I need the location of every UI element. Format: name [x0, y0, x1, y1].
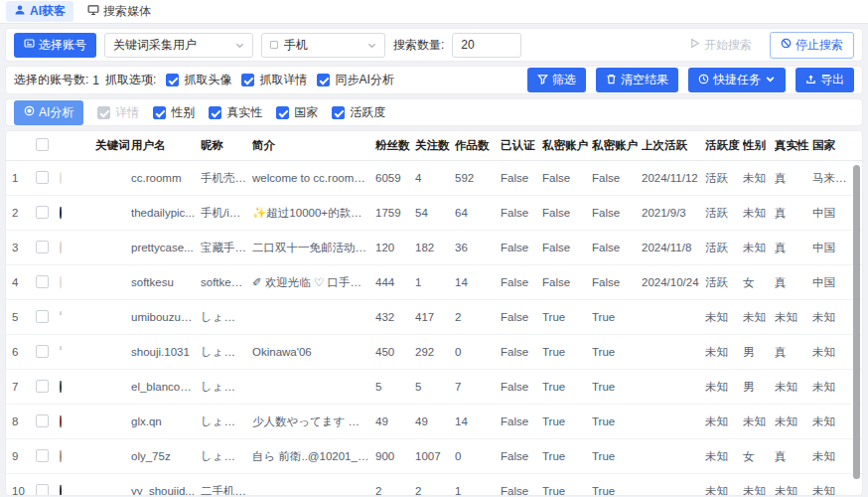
start-search-label: 开始搜索: [704, 37, 752, 54]
export-button[interactable]: 导出: [796, 68, 854, 92]
row-checkbox[interactable]: [36, 171, 49, 184]
table-body: 1cc.roomm手机壳专卖...welcome to cc.roomm . W…: [6, 161, 862, 496]
checkbox-icon: [332, 106, 345, 119]
checkbox-sync-ai[interactable]: 同步AI分析: [317, 72, 393, 88]
cell-works: 592: [455, 172, 501, 184]
cell-gender: 未知: [743, 414, 775, 429]
checkbox-authenticity[interactable]: 真实性: [209, 104, 262, 121]
checkbox-country[interactable]: 国家: [276, 104, 318, 121]
table-row: 10yy_shoujid...二手机店铺221FalseTrueTrue未知未知…: [6, 474, 862, 496]
search-count-label: 搜索数量:: [393, 37, 444, 54]
checkbox-icon: [166, 74, 179, 86]
row-checkbox[interactable]: [36, 484, 49, 497]
cell-username: yy_shoujid...: [131, 485, 201, 496]
ai-analysis-row: AI分析 详情 性别 真实性 国家 活跃度: [5, 98, 863, 126]
tab-ai-acquisition[interactable]: AI获客: [6, 1, 73, 22]
cell-real: 未知: [775, 414, 812, 429]
cell-activity: 活跃: [705, 241, 743, 255]
person-icon: [14, 4, 26, 19]
avatar: [60, 172, 62, 184]
tab-search-media[interactable]: 搜索媒体: [79, 1, 159, 22]
cell-bio: ✨超过10000+的款式类型壁...: [252, 206, 375, 221]
cell-avatar: [60, 381, 95, 393]
checkbox-activity[interactable]: 活跃度: [332, 104, 385, 121]
cell-check: [36, 380, 60, 395]
select-account-button[interactable]: 选择账号: [14, 33, 96, 58]
row-checkbox[interactable]: [36, 310, 49, 323]
cell-verified: False: [501, 415, 542, 427]
cell-nickname: 二手机店铺: [201, 484, 252, 497]
checkbox-grab-avatar[interactable]: 抓取头像: [166, 72, 231, 88]
cell-private2: True: [592, 485, 642, 496]
cell-avatar: [60, 276, 95, 288]
cell-gender: 女: [743, 275, 775, 290]
cell-private2: False: [592, 242, 642, 253]
cell-private2: True: [592, 381, 642, 393]
cell-username: prettycase...: [131, 242, 201, 253]
stop-search-label: 停止搜索: [796, 37, 843, 54]
checkbox-grab-detail[interactable]: 抓取详情: [241, 72, 307, 88]
header-cell-username: 用户名: [131, 138, 201, 153]
stop-search-button[interactable]: 停止搜索: [770, 32, 854, 59]
cell-last_active: 2024/10/24: [642, 276, 705, 288]
cell-nickname: 手机/ipad/...: [201, 206, 252, 221]
cell-verified: False: [501, 381, 542, 393]
row-checkbox[interactable]: [36, 449, 49, 462]
quick-task-button[interactable]: 快捷任务: [688, 68, 786, 92]
cell-activity: 活跃: [705, 275, 743, 290]
clear-results-button[interactable]: 清空结果: [596, 68, 678, 92]
cell-gender: 未知: [743, 241, 775, 255]
checkbox-gender[interactable]: 性别: [153, 104, 195, 121]
keyword-value: 手机: [284, 37, 362, 54]
select-all-checkbox[interactable]: [36, 138, 49, 151]
cell-private1: True: [542, 450, 592, 462]
table-row: 4softkesusoftkesu |...✐ 欢迎光临 ♡ 口手机壳都...4…: [6, 265, 862, 300]
cell-followers: 6059: [375, 172, 415, 184]
chevron-down-icon: [765, 74, 776, 87]
cell-works: 14: [455, 276, 501, 288]
cell-private1: True: [542, 415, 592, 427]
header-cell-following: 关注数: [415, 138, 455, 153]
start-search-button[interactable]: 开始搜索: [679, 33, 762, 58]
search-count-input[interactable]: [452, 33, 521, 58]
cell-check: [36, 206, 60, 221]
row-checkbox[interactable]: [36, 275, 49, 288]
cell-followers: 450: [375, 346, 415, 358]
cell-avatar: [60, 207, 95, 219]
avatar: [60, 346, 62, 358]
cell-verified: False: [501, 242, 542, 253]
cell-works: 36: [455, 242, 501, 253]
export-icon: [805, 74, 816, 87]
cell-following: 54: [415, 207, 455, 219]
cell-works: 64: [455, 207, 501, 219]
cell-avatar: [60, 415, 95, 427]
cell-idx: 3: [12, 242, 36, 253]
cell-avatar: [60, 172, 95, 184]
cell-verified: False: [501, 346, 542, 358]
avatar: [60, 242, 62, 253]
cell-verified: False: [501, 276, 542, 288]
cell-followers: 1759: [375, 207, 415, 219]
vertical-scrollbar[interactable]: [853, 165, 860, 479]
table-row: 8glx.qnしょうじ少人数やってます @_khxil4494914FalseT…: [6, 405, 862, 439]
cell-nickname: しょうじ: [201, 310, 252, 325]
checkbox-detail-disabled: 详情: [97, 104, 139, 121]
cell-followers: 2: [375, 485, 415, 496]
row-checkbox[interactable]: [36, 414, 49, 427]
collect-mode-select[interactable]: 关键词采集用户: [104, 33, 253, 58]
ai-analysis-button[interactable]: AI分析: [14, 100, 83, 125]
results-table: 关键词用户名昵称简介粉丝数关注数作品数已认证私密账户私密账户上次活跃活跃度性别真…: [5, 130, 863, 496]
cell-idx: 6: [12, 346, 36, 358]
header-cell-private1: 私密账户: [542, 138, 592, 153]
cell-real: 真: [775, 275, 812, 290]
row-checkbox[interactable]: [36, 241, 49, 253]
row-checkbox[interactable]: [36, 206, 49, 219]
table-row: 5umibouzuo...しょうじ4324172FalseTrueTrue未知未…: [6, 300, 862, 335]
row-checkbox[interactable]: [36, 345, 49, 358]
filter-button[interactable]: 筛选: [527, 68, 586, 92]
header-cell-country: 国家: [812, 138, 862, 153]
keyword-select[interactable]: 手机: [261, 33, 385, 58]
trash-icon: [606, 74, 617, 87]
cell-verified: False: [501, 207, 542, 219]
row-checkbox[interactable]: [36, 380, 49, 393]
